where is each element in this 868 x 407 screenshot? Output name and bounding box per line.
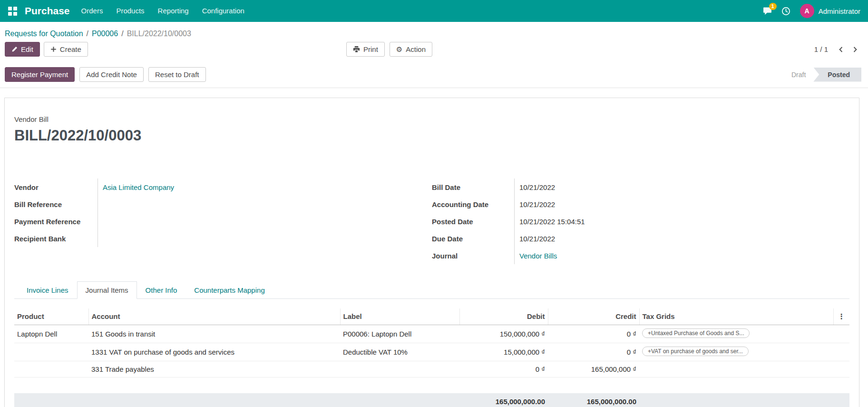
- field-bill-reference: Bill Reference: [14, 196, 432, 213]
- cell-tax-grids[interactable]: [639, 361, 833, 377]
- accounting-date-value: 10/21/2022: [515, 196, 849, 213]
- tab-invoice-lines[interactable]: Invoice Lines: [18, 281, 77, 299]
- tab-other-info[interactable]: Other Info: [137, 281, 186, 299]
- print-button[interactable]: Print: [346, 42, 385, 57]
- payment-reference-label: Payment Reference: [14, 213, 98, 230]
- vendor-label: Vendor: [14, 179, 98, 196]
- cell-product[interactable]: Laptopn Dell: [14, 325, 88, 343]
- total-credit: 165,000,000.00: [548, 393, 639, 407]
- menu-orders[interactable]: Orders: [75, 0, 110, 22]
- table-row[interactable]: 331 Trade payables 0 ₫ 165,000,000 ₫: [14, 361, 849, 377]
- pager-previous-button[interactable]: [835, 44, 847, 55]
- tax-grid-pill: +VAT on purchase of goods and ser...: [642, 347, 749, 356]
- cell-label[interactable]: Deductible VAT 10%: [340, 343, 459, 361]
- gear-icon: ⚙: [396, 46, 402, 53]
- cell-account[interactable]: 331 Trade payables: [88, 361, 340, 377]
- vendor-value[interactable]: Asia Limited Company: [98, 179, 432, 196]
- user-menu[interactable]: A Administrator: [800, 4, 860, 18]
- chevron-left-icon: [838, 46, 844, 53]
- action-button[interactable]: ⚙ Action: [390, 42, 432, 57]
- pager-value[interactable]: 1 / 1: [814, 45, 828, 53]
- field-payment-reference: Payment Reference: [14, 213, 432, 230]
- vendor-bill-sheet: Vendor Bill BILL/2022/10/0003 Vendor Asi…: [4, 98, 859, 407]
- breadcrumb-requests-for-quotation[interactable]: Requests for Quotation: [5, 30, 83, 38]
- cell-credit[interactable]: 165,000,000 ₫: [548, 361, 639, 377]
- posted-date-value: 10/21/2022 15:04:51: [515, 213, 849, 230]
- status-draft[interactable]: Draft: [784, 68, 813, 82]
- cell-account[interactable]: 151 Goods in transit: [88, 325, 340, 343]
- recipient-bank-label: Recipient Bank: [14, 230, 98, 247]
- breadcrumb-separator: /: [121, 30, 123, 38]
- tax-grid-pill: +Untaxed Purchase of Goods and S...: [642, 328, 750, 338]
- create-button[interactable]: Create: [44, 42, 88, 57]
- column-credit[interactable]: Credit: [548, 308, 639, 325]
- table-row[interactable]: 1331 VAT on purchase of goods and servic…: [14, 343, 849, 361]
- document-type-label: Vendor Bill: [14, 115, 849, 123]
- reset-to-draft-button[interactable]: Reset to Draft: [148, 67, 206, 82]
- create-button-label: Create: [60, 45, 81, 53]
- table-row[interactable]: Laptopn Dell 151 Goods in transit P00006…: [14, 325, 849, 343]
- field-recipient-bank: Recipient Bank: [14, 230, 432, 247]
- edit-button[interactable]: Edit: [5, 42, 40, 57]
- register-payment-button[interactable]: Register Payment: [5, 67, 75, 82]
- column-label[interactable]: Label: [340, 308, 459, 325]
- cell-tax-grids[interactable]: +Untaxed Purchase of Goods and S...: [639, 325, 833, 343]
- column-tax-grids[interactable]: Tax Grids: [639, 308, 833, 325]
- due-date-value: 10/21/2022: [515, 230, 849, 247]
- journal-value[interactable]: Vendor Bills: [515, 247, 849, 264]
- tab-counterparts-mapping[interactable]: Counterparts Mapping: [185, 281, 273, 299]
- accounting-date-label: Accounting Date: [432, 196, 515, 213]
- plus-icon: [50, 46, 57, 52]
- menu-configuration[interactable]: Configuration: [195, 0, 251, 22]
- messages-count-badge: 1: [769, 3, 777, 10]
- menu-reporting[interactable]: Reporting: [151, 0, 195, 22]
- notebook-tabs: Invoice Lines Journal Items Other Info C…: [14, 281, 849, 299]
- bill-reference-value: [98, 196, 432, 213]
- edit-button-label: Edit: [21, 45, 33, 53]
- breadcrumb: Requests for Quotation/P00006/BILL/2022/…: [0, 22, 868, 38]
- cell-credit[interactable]: 0 ₫: [548, 343, 639, 361]
- cell-product[interactable]: [14, 343, 88, 361]
- activities-button[interactable]: [781, 7, 790, 16]
- app-title[interactable]: Purchase: [25, 5, 70, 17]
- apps-menu-button[interactable]: [4, 0, 21, 22]
- column-product[interactable]: Product: [14, 308, 88, 325]
- messages-button[interactable]: 1: [763, 7, 772, 15]
- field-group-right: Bill Date 10/21/2022 Accounting Date 10/…: [432, 179, 849, 264]
- column-debit[interactable]: Debit: [459, 308, 548, 325]
- due-date-label: Due Date: [432, 230, 515, 247]
- form-statusbar: Register Payment Add Credit Note Reset t…: [0, 61, 868, 88]
- apps-grid-icon: [8, 7, 17, 16]
- cell-product[interactable]: [14, 361, 88, 377]
- print-button-label: Print: [363, 45, 378, 53]
- clock-icon: [781, 7, 790, 16]
- cell-label[interactable]: [340, 361, 459, 377]
- cell-debit[interactable]: 150,000,000 ₫: [459, 325, 548, 343]
- printer-icon: [353, 46, 360, 53]
- column-account[interactable]: Account: [88, 308, 340, 325]
- optional-columns-toggle-icon[interactable]: ⋮: [833, 308, 849, 325]
- field-bill-date: Bill Date 10/21/2022: [432, 179, 849, 196]
- chevron-right-icon: [852, 46, 858, 53]
- field-vendor: Vendor Asia Limited Company: [14, 179, 432, 196]
- main-menu: Orders Products Reporting Configuration: [75, 0, 251, 22]
- status-posted[interactable]: Posted: [813, 68, 861, 82]
- cell-label[interactable]: P00006: Laptopn Dell: [340, 325, 459, 343]
- add-credit-note-button[interactable]: Add Credit Note: [79, 67, 144, 82]
- cell-tax-grids[interactable]: +VAT on purchase of goods and ser...: [639, 343, 833, 361]
- posted-date-label: Posted Date: [432, 213, 515, 230]
- breadcrumb-p00006[interactable]: P00006: [92, 30, 118, 38]
- field-accounting-date: Accounting Date 10/21/2022: [432, 196, 849, 213]
- menu-products[interactable]: Products: [109, 0, 151, 22]
- cell-credit[interactable]: 0 ₫: [548, 325, 639, 343]
- navbar-right: 1 A Administrator: [763, 4, 862, 18]
- cell-debit[interactable]: 0 ₫: [459, 361, 548, 377]
- tab-journal-items[interactable]: Journal Items: [77, 281, 137, 299]
- cell-account[interactable]: 1331 VAT on purchase of goods and servic…: [88, 343, 340, 361]
- breadcrumb-current: BILL/2022/10/0003: [127, 30, 191, 38]
- cell-debit[interactable]: 15,000,000 ₫: [459, 343, 548, 361]
- bill-reference-label: Bill Reference: [14, 196, 98, 213]
- totals-row: 165,000,000.00 165,000,000.00: [14, 393, 849, 407]
- pager-next-button[interactable]: [849, 44, 861, 55]
- control-panel: Edit Create Print ⚙ Action 1 / 1: [0, 38, 868, 57]
